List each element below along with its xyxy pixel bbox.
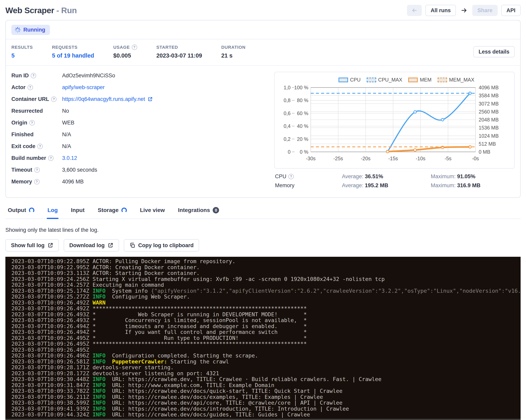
stat-value[interactable]: 5 of 19 handled <box>52 52 94 59</box>
log-segment-info: INFO <box>92 388 105 394</box>
help-icon[interactable]: ? <box>51 96 57 102</box>
arrow-left-icon <box>411 7 417 13</box>
show-full-log-button[interactable]: Show full log <box>5 239 59 252</box>
log-line: 2023-03-07T10:09:28.171Z devtools-server… <box>11 364 521 370</box>
field-label-text: Memory <box>11 179 32 185</box>
help-icon[interactable]: ? <box>34 167 40 173</box>
tab-output[interactable]: Output <box>7 205 35 219</box>
log-timestamp: 2023-03-07T10:09:24.256Z <box>11 276 89 282</box>
log-actions: Show full logDownload logCopy log to cli… <box>5 239 521 252</box>
field-label: Build number? <box>11 155 56 161</box>
run-card: Running RESULTS5REQUESTS5 of 19 handledU… <box>5 20 521 198</box>
help-icon[interactable]: ? <box>34 179 40 184</box>
log-segment-warn: PuppeteerCrawler: <box>112 359 167 365</box>
stat-label-text: STARTED <box>156 45 178 50</box>
resource-row-cpu: CPU?Average: 36.51%Maximum: 91.05% <box>275 174 514 180</box>
tab-live-view[interactable]: Live view <box>139 205 166 219</box>
right-axis-mb-label: 1024 MB <box>479 133 499 139</box>
right-axis-mb-label: 1536 MB <box>479 125 499 131</box>
legend-item-cpu_max: CPU_MAX <box>367 77 402 83</box>
stat-label: STARTED <box>156 45 202 50</box>
help-icon[interactable]: ? <box>29 120 35 125</box>
status-label: Running <box>23 27 45 33</box>
tab-label: Storage <box>98 207 118 213</box>
log-timestamp: 2023-03-07T10:09:44.324Z <box>11 411 89 418</box>
field-run-id: Run ID?AdOz5evimh9NCiSSo <box>11 72 267 79</box>
field-label-text: Container URL <box>11 96 49 102</box>
log-segment <box>89 299 92 306</box>
help-icon[interactable]: ? <box>31 73 36 78</box>
log-scrollbar-track[interactable] <box>5 419 521 420</box>
log-segment: ACTOR: Creating Docker container. <box>89 264 200 270</box>
stat-results: RESULTS5 <box>11 45 33 59</box>
y-axis-percent-label: 60 % <box>297 111 308 116</box>
top-actions: All runs Share API <box>407 5 521 16</box>
log-timestamp: 2023-03-07T10:09:22.995Z <box>11 264 89 270</box>
field-value[interactable]: https://0q64wnacgyft.runs.apify.net <box>62 96 267 102</box>
field-memory: Memory?4096 MB <box>11 179 267 185</box>
log-segment: * Run type to PRODUCTION! * <box>89 335 307 341</box>
log-timestamp: 2023-03-07T10:09:26.581Z <box>11 359 89 365</box>
button-label: Copy log to clipboard <box>138 242 194 249</box>
log-segment: URL: https://crawlee.dev/docs/quick-star… <box>105 388 343 394</box>
field-value[interactable]: apify/web-scraper <box>62 84 267 91</box>
right-axis-mb-label: 4096 MB <box>479 85 499 90</box>
status-row: Running <box>6 20 520 39</box>
help-icon[interactable]: ? <box>28 85 33 90</box>
field-label-text: Resurrected <box>11 108 43 114</box>
field-label: Origin? <box>11 120 56 126</box>
stat-value: $0.005 <box>113 52 137 59</box>
log-segment-info: INFO <box>92 400 105 406</box>
log-timestamp: 2023-03-07T10:09:36.211Z <box>11 394 89 400</box>
log-segment <box>89 288 92 294</box>
y-axis-percent-label: 20 % <box>297 136 308 142</box>
share-button[interactable]: Share <box>472 5 498 16</box>
stat-duration: DURATION21 s <box>221 45 246 59</box>
log-line: 2023-03-07T10:09:24.257Z Executing main … <box>11 282 521 288</box>
help-icon[interactable]: ? <box>37 144 43 149</box>
top-bar: Web Scraper - Run All runs Share API <box>5 0 521 20</box>
next-run-button[interactable] <box>459 5 469 16</box>
field-label-text: Actor <box>11 84 26 91</box>
resource-maximum: Maximum: 91.05% <box>431 174 514 180</box>
log-line: 2023-03-07T10:09:44.324Z INFO URL: https… <box>11 412 521 418</box>
x-axis-label: -0s <box>472 156 479 161</box>
stat-label-text: RESULTS <box>11 45 33 50</box>
right-axis-mb-label: 0 MB <box>479 149 490 155</box>
log-timestamp: 2023-03-07T10:09:26.495Z <box>11 341 89 347</box>
x-axis-label: -20s <box>361 156 371 161</box>
help-icon[interactable]: ? <box>48 155 53 161</box>
tab-storage[interactable]: Storage <box>97 205 127 219</box>
tab-label: Log <box>48 207 58 213</box>
stat-label: RESULTS <box>11 45 33 50</box>
page-title-suffix: - Run <box>56 6 77 15</box>
log-segment-info: INFO <box>92 394 105 400</box>
y-axis-fraction-label: 1,0 <box>283 85 291 90</box>
download-log-button[interactable]: Download log <box>64 239 119 252</box>
less-details-button[interactable]: Less details <box>473 46 515 57</box>
log-timestamp: 2023-03-07T10:09:28.172Z <box>11 370 89 377</box>
previous-run-button[interactable] <box>407 5 422 16</box>
help-icon[interactable]: ? <box>288 174 294 179</box>
log-segment-dim: {"apifyVersion":"3.1.2","apifyClientVers… <box>151 288 521 294</box>
log-line: 2023-03-07T10:09:24.256Z Starting X virt… <box>11 276 521 282</box>
stat-value[interactable]: 5 <box>11 52 33 59</box>
tab-input[interactable]: Input <box>70 205 85 219</box>
button-label: Download log <box>69 242 105 249</box>
status-badge: Running <box>11 25 50 35</box>
x-axis-label: -5s <box>445 156 452 161</box>
tab-log[interactable]: Log <box>47 205 59 219</box>
log-terminal[interactable]: 2023-03-07T10:09:22.895Z ACTOR: Pulling … <box>5 257 521 420</box>
api-button[interactable]: API <box>501 5 521 16</box>
average-value: 195.2 MB <box>365 183 388 188</box>
log-timestamp: 2023-03-07T10:09:30.448Z <box>11 376 89 382</box>
log-segment: Starting X virtual framebuffer using: Xv… <box>89 276 384 282</box>
field-value[interactable]: 3.0.12 <box>62 155 267 161</box>
copy-log-to-clipboard-button[interactable]: Copy log to clipboard <box>124 239 199 252</box>
y-axis-percent-label: 0 % <box>300 149 308 155</box>
all-runs-button[interactable]: All runs <box>425 5 456 16</box>
loading-arc-icon <box>121 208 127 213</box>
field-label: Memory? <box>11 179 56 185</box>
help-icon[interactable]: ? <box>132 45 137 50</box>
tab-integrations[interactable]: Integrations0 <box>177 205 220 219</box>
